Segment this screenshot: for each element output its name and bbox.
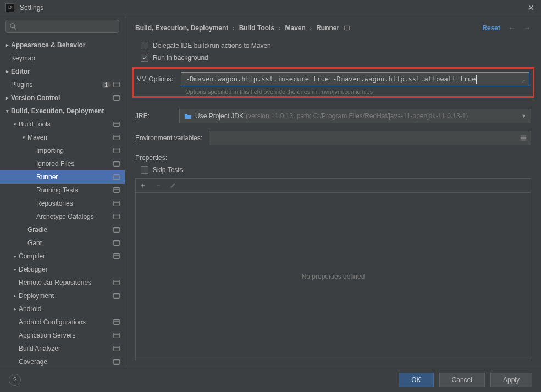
sidebar-item-archetype-catalogs[interactable]: Archetype Catalogs [0, 210, 125, 223]
sidebar-item-label: Repositories [36, 200, 113, 207]
sidebar-item-importing[interactable]: Importing [0, 144, 125, 157]
skip-tests-checkbox[interactable] [141, 166, 148, 174]
tree-arrow-icon: ▸ [11, 293, 19, 299]
sidebar-item-label: Version Control [11, 94, 113, 102]
help-button[interactable]: ? [9, 374, 21, 386]
svg-rect-43 [521, 136, 527, 137]
svg-rect-36 [114, 346, 120, 351]
delegate-label: Delegate IDE build/run actions to Maven [153, 42, 271, 49]
svg-rect-30 [114, 294, 120, 299]
sidebar-item-running-tests[interactable]: Running Tests [0, 184, 125, 197]
tree-arrow-icon: ▸ [3, 42, 11, 48]
sidebar-item-label: Deployment [19, 292, 113, 300]
tree-arrow-icon: ▸ [11, 267, 19, 272]
svg-rect-4 [114, 96, 120, 101]
sidebar-item-label: Ignored Files [36, 160, 113, 168]
crumb-3[interactable]: Runner [316, 24, 339, 32]
svg-rect-20 [114, 214, 120, 219]
env-row: Environment variables: [135, 131, 531, 145]
vm-options-input[interactable]: -Dmaven.wagon.http.ssl.insecure=true -Dm… [181, 72, 529, 86]
jre-select[interactable]: Use Project JDK (version 11.0.13, path: … [179, 109, 531, 123]
sidebar-item-runner[interactable]: Runner [0, 170, 125, 184]
cancel-button[interactable]: Cancel [439, 373, 485, 387]
sidebar-item-android-configurations[interactable]: Android Configurations [0, 316, 125, 329]
close-icon[interactable]: ✕ [527, 3, 536, 12]
background-label: Run in background [153, 54, 208, 62]
svg-rect-14 [114, 175, 120, 180]
search-input[interactable] [5, 20, 119, 33]
sidebar-item-gradle[interactable]: Gradle [0, 223, 125, 236]
crumb-0[interactable]: Build, Execution, Deployment [135, 24, 228, 32]
sidebar-item-application-servers[interactable]: Application Servers [0, 329, 125, 342]
sidebar-item-appearance-behavior[interactable]: ▸Appearance & Behavior [0, 38, 125, 52]
tree-arrow-icon: ▾ [20, 135, 27, 140]
app-icon: IJ [5, 3, 14, 12]
sidebar-item-android[interactable]: ▸Android [0, 302, 125, 316]
sidebar-item-label: Android [19, 305, 120, 313]
sidebar-item-build-tools[interactable]: ▾Build Tools [0, 118, 125, 131]
folder-icon [184, 113, 192, 119]
sidebar-item-label: Android Configurations [19, 318, 113, 326]
list-icon[interactable] [520, 134, 527, 142]
sidebar-item-coverage[interactable]: Coverage [0, 355, 125, 367]
sidebar-item-compiler[interactable]: ▸Compiler [0, 250, 125, 263]
remove-button[interactable]: － [154, 181, 162, 191]
reset-link[interactable]: Reset [482, 24, 500, 32]
sidebar-item-plugins[interactable]: Plugins1 [0, 78, 125, 91]
no-properties-text: No properties defined [302, 273, 365, 280]
properties-label: Properties: [135, 154, 531, 162]
tree-arrow-icon: ▸ [3, 69, 11, 74]
svg-rect-26 [114, 254, 120, 259]
env-label: Environment variables: [135, 134, 209, 142]
crumb-1[interactable]: Build Tools [239, 24, 274, 32]
apply-button[interactable]: Apply [490, 373, 532, 387]
nav-forward-icon[interactable]: → [523, 24, 531, 32]
window-title: Settings [20, 4, 527, 12]
tree-arrow-icon: ▸ [11, 306, 19, 312]
sidebar-item-keymap[interactable]: Keymap [0, 52, 125, 65]
svg-rect-34 [114, 333, 120, 338]
svg-rect-6 [114, 122, 120, 127]
sidebar-item-label: Coverage [19, 358, 113, 366]
sidebar-item-repositories[interactable]: Repositories [0, 197, 125, 210]
sidebar-item-deployment[interactable]: ▸Deployment [0, 289, 125, 302]
vm-options-hint: Options specified in this field override… [185, 89, 529, 95]
svg-rect-45 [521, 140, 527, 141]
sidebar-item-debugger[interactable]: ▸Debugger [0, 263, 125, 276]
sidebar-item-label: Build Tools [19, 120, 113, 128]
chevron-right-icon: › [233, 25, 234, 31]
expand-icon[interactable]: ⤢ [521, 79, 526, 84]
sidebar-item-build-analyzer[interactable]: Build Analyzer [0, 342, 125, 355]
background-checkbox[interactable] [141, 54, 148, 62]
tree-arrow-icon: ▾ [3, 108, 11, 114]
svg-line-1 [14, 27, 16, 30]
nav-back-icon[interactable]: ← [508, 24, 516, 32]
env-input[interactable] [209, 131, 531, 145]
tree-arrow-icon: ▸ [3, 95, 11, 101]
svg-rect-8 [114, 135, 120, 140]
ok-button[interactable]: OK [399, 373, 433, 387]
sidebar-item-label: Debugger [19, 266, 120, 273]
sidebar-item-build-execution-deployment[interactable]: ▾Build, Execution, Deployment [0, 104, 125, 118]
sidebar-item-label: Plugins [11, 81, 102, 89]
sidebar-item-version-control[interactable]: ▸Version Control [0, 91, 125, 104]
sidebar-item-label: Importing [36, 147, 113, 154]
svg-rect-18 [114, 201, 120, 206]
sidebar-item-label: Compiler [19, 252, 113, 260]
crumb-2[interactable]: Maven [285, 24, 305, 32]
edit-button[interactable] [170, 181, 176, 190]
skip-tests-row: Skip Tests [141, 166, 531, 174]
svg-rect-2 [114, 82, 120, 87]
sidebar-item-label: Editor [11, 68, 120, 75]
properties-toolbar: ＋ － [135, 178, 531, 192]
add-button[interactable]: ＋ [139, 181, 147, 191]
sidebar-item-label: Runner [36, 173, 113, 181]
sidebar-item-maven[interactable]: ▾Maven [0, 131, 125, 144]
sidebar-item-remote-jar-repositories[interactable]: Remote Jar Repositories [0, 276, 125, 289]
skip-tests-label: Skip Tests [153, 166, 183, 174]
delegate-checkbox[interactable] [141, 42, 148, 49]
jre-row: JRE: Use Project JDK (version 11.0.13, p… [135, 109, 531, 123]
sidebar-item-gant[interactable]: Gant [0, 236, 125, 250]
sidebar-item-ignored-files[interactable]: Ignored Files [0, 157, 125, 170]
sidebar-item-editor[interactable]: ▸Editor [0, 65, 125, 78]
